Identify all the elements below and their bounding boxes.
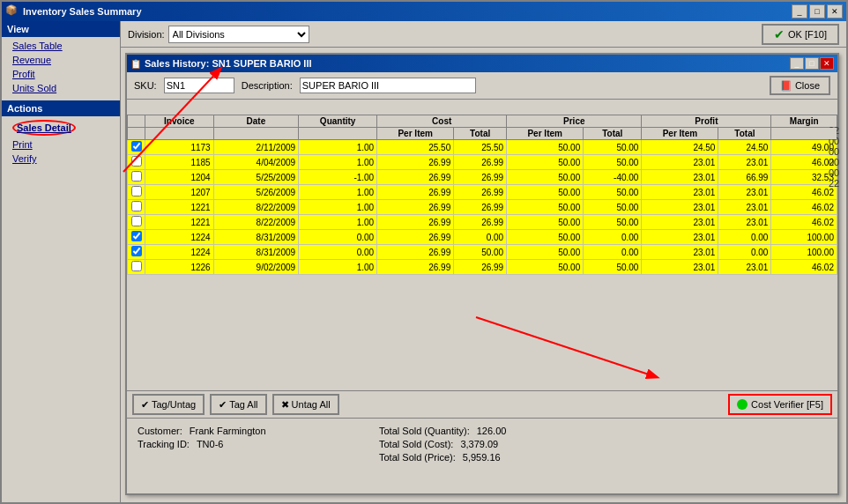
table-cell: 1221	[145, 215, 214, 230]
col-check-sub	[128, 128, 145, 140]
untag-icon: ✖	[281, 399, 289, 411]
sales-history-table: Invoice Date Quantity Cost Price Profit …	[127, 115, 837, 275]
col-price-per-item: Per Item	[507, 128, 584, 140]
sku-row: SKU: Description: 📕 Close	[127, 72, 837, 100]
table-cell: 50.00	[584, 185, 642, 200]
col-cost: Cost	[377, 115, 507, 128]
sales-detail-button[interactable]: Sales Detail	[12, 120, 76, 136]
table-cell: 23.01	[718, 260, 771, 275]
table-row: 12248/31/20090.0026.990.0050.000.0023.01…	[128, 230, 837, 245]
tag-untag-button[interactable]: ✔ Tag/Untag	[132, 394, 205, 415]
division-select[interactable]: All Divisions	[168, 26, 309, 43]
col-date-sub	[213, 128, 298, 140]
table-cell: 23.01	[718, 185, 771, 200]
row-checkbox[interactable]	[131, 141, 142, 152]
row-checkbox[interactable]	[131, 156, 142, 167]
table-cell: 2/11/2009	[213, 140, 298, 155]
sidebar-item-verify[interactable]: Verify	[2, 152, 120, 166]
total-price-label: Total Sold (Price):	[379, 452, 456, 463]
total-qty-label: Total Sold (Quantity):	[379, 426, 470, 436]
row-checkbox[interactable]	[131, 201, 142, 211]
cost-verifier-button[interactable]: Cost Verifier [F5]	[728, 394, 832, 415]
table-cell: 0.00	[584, 230, 642, 245]
table-cell: 1185	[145, 155, 214, 170]
sidebar-item-revenue[interactable]: Revenue	[2, 53, 120, 67]
table-cell: 0.00	[718, 230, 771, 245]
col-check	[128, 115, 145, 128]
col-date: Date	[213, 115, 298, 128]
sku-input[interactable]	[164, 78, 234, 93]
table-cell: 1221	[145, 200, 214, 215]
table-cell: 26.99	[377, 215, 454, 230]
table-cell: 23.01	[642, 185, 718, 200]
col-price: Price	[507, 115, 642, 128]
table-cell: 50.00	[507, 215, 584, 230]
col-invoice: Invoice	[145, 115, 214, 128]
window-controls: _ □ ✕	[792, 4, 843, 19]
tag-all-icon: ✔	[219, 399, 227, 411]
inner-close-button[interactable]: ✕	[820, 57, 834, 70]
close-button[interactable]: ✕	[827, 4, 843, 19]
col-invoice-sub	[145, 128, 214, 140]
table-cell: 1226	[145, 260, 214, 275]
table-cell: 24.50	[718, 140, 771, 155]
table-cell: 8/31/2009	[213, 245, 298, 260]
table-cell: 66.99	[718, 170, 771, 185]
ok-check-icon: ✔	[774, 27, 785, 41]
table-cell: 46.02	[771, 155, 837, 170]
division-label: Division:	[128, 29, 165, 40]
table-cell: 1.00	[299, 260, 377, 275]
row-checkbox[interactable]	[131, 246, 142, 256]
untag-all-button[interactable]: ✖ Untag All	[272, 394, 339, 415]
table-cell: 5/25/2009	[213, 170, 298, 185]
table-cell: 1204	[145, 170, 214, 185]
table-cell: 26.99	[454, 155, 507, 170]
table-cell: 0.00	[584, 245, 642, 260]
summary-area: Customer: Frank Farmington Tracking ID: …	[127, 419, 837, 493]
app-icon: 📦	[5, 4, 19, 19]
table-cell: 23.01	[642, 230, 718, 245]
table-cell: 0.00	[299, 230, 377, 245]
minimize-button[interactable]: _	[792, 4, 807, 19]
table-row: 11854/04/20091.0026.9926.9950.0050.0023.…	[128, 155, 837, 170]
table-cell: 26.99	[377, 155, 454, 170]
row-checkbox[interactable]	[131, 186, 142, 196]
sidebar-item-sales-table[interactable]: Sales Table	[2, 39, 120, 53]
row-checkbox[interactable]	[131, 171, 142, 182]
table-cell: 50.00	[507, 260, 584, 275]
inner-minimize-button[interactable]: _	[790, 57, 804, 70]
table-row: 12045/25/2009-1.0026.9926.9950.00-40.002…	[128, 170, 837, 185]
inner-maximize-button[interactable]: □	[805, 57, 819, 70]
table-cell: 46.02	[771, 260, 837, 275]
row-checkbox[interactable]	[131, 216, 142, 226]
tag-icon: ✔	[141, 399, 149, 411]
table-cell: 26.99	[377, 170, 454, 185]
table-cell: 100.00	[771, 230, 837, 245]
table-cell: 100.00	[771, 245, 837, 260]
sales-history-table-container[interactable]: Invoice Date Quantity Cost Price Profit …	[127, 115, 837, 419]
close-dialog-button[interactable]: 📕 Close	[770, 76, 830, 95]
tag-all-button[interactable]: ✔ Tag All	[210, 394, 266, 415]
table-cell: 50.00	[454, 245, 507, 260]
table-cell: 25.50	[454, 140, 507, 155]
sidebar-item-print[interactable]: Print	[2, 137, 120, 152]
ok-button[interactable]: ✔ OK [F10]	[762, 24, 839, 45]
total-cost-value: 3,379.09	[460, 439, 498, 449]
bottom-action-bar: ✔ Tag/Untag ✔ Tag All ✖ Untag All Cost V…	[127, 390, 837, 419]
table-cell: 1.00	[299, 215, 377, 230]
table-cell: 26.99	[377, 260, 454, 275]
table-cell: 50.00	[507, 245, 584, 260]
table-cell: 50.00	[507, 140, 584, 155]
row-checkbox[interactable]	[131, 261, 142, 271]
inner-dialog-title: Sales History: SN1 SUPER BARIO III	[145, 58, 790, 69]
sidebar-item-profit[interactable]: Profit	[2, 67, 120, 81]
customer-value: Frank Farmington	[190, 426, 266, 436]
col-profit-per-item: Per Item	[642, 128, 718, 140]
description-input[interactable]	[300, 78, 476, 93]
inner-window-controls: _ □ ✕	[790, 57, 834, 70]
table-cell: 23.01	[718, 215, 771, 230]
table-cell: 26.99	[454, 215, 507, 230]
sidebar-item-units-sold[interactable]: Units Sold	[2, 81, 120, 95]
maximize-button[interactable]: □	[809, 4, 825, 19]
row-checkbox[interactable]	[131, 231, 142, 241]
